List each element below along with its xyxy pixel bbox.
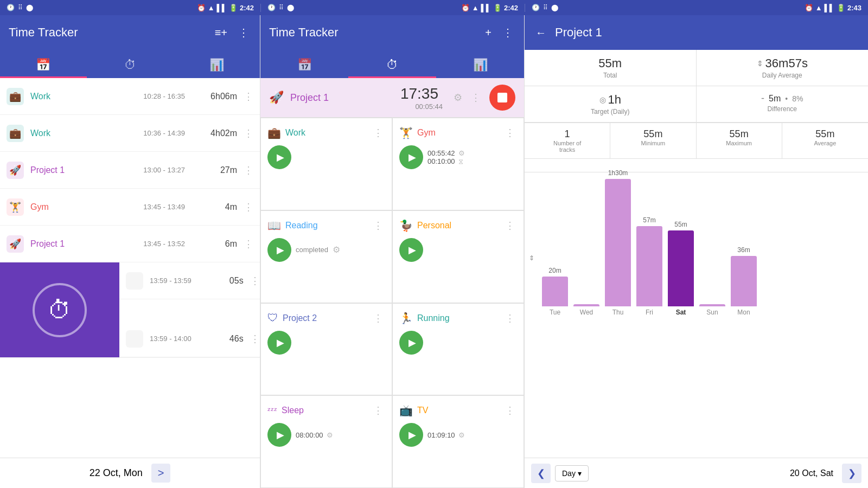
alarm-icon-2: ⏰ (461, 4, 470, 12)
next-period-button[interactable]: ❯ (842, 464, 861, 483)
play-button-work[interactable]: ▶ (267, 145, 291, 169)
total-label: Total (533, 72, 687, 79)
dots-icon-2: ⠿ (279, 4, 284, 11)
add-track-icon[interactable]: ≡+ (213, 24, 229, 41)
card-more-tv[interactable]: ⋮ (503, 402, 517, 419)
wifi-icon-1: ▲ (208, 4, 215, 12)
target-icon: ◎ (599, 95, 606, 104)
day-label-fri: Fri (646, 309, 653, 316)
card-more-project2[interactable]: ⋮ (371, 310, 385, 326)
daily-avg-label: Daily Average (705, 72, 860, 79)
gym-card-icon: 🏋 (399, 126, 413, 139)
projects-menu-icon[interactable]: ⋮ (500, 24, 515, 41)
bar-fri-rect (636, 226, 662, 306)
avg-label: Average (787, 140, 864, 146)
stop-button[interactable] (489, 85, 515, 111)
tv-time: 01:09:10 ⚙ (427, 431, 465, 439)
proj-tab-stats[interactable]: 📊 (436, 52, 524, 78)
proj-tab-timer[interactable]: ⏱ (348, 52, 436, 78)
gym-time2: 00:10:00 ⧖ (427, 157, 465, 166)
timeline-item: 💼 Work 10:28 - 16:35 6h06m ⋮ (0, 78, 260, 115)
play-button-sleep[interactable]: ▶ (267, 423, 291, 447)
item-more-proj1[interactable]: ⋮ (241, 162, 256, 178)
status-section-1: 🕐 ⠿ ⬤ ⏰ ▲ ▌▌ 🔋 2:42 (0, 4, 260, 12)
card-header-gym: 🏋 Gym ⋮ (399, 125, 517, 141)
item-time-gym: 13:45 - 13:49 (143, 203, 185, 211)
bar-mon-rect (731, 256, 757, 306)
empty-time-2: 13:59 - 14:00 (150, 335, 192, 343)
item-more-work2[interactable]: ⋮ (241, 125, 256, 142)
bar-label-fri: 57m (643, 216, 655, 224)
active-project-more[interactable]: ⋮ (469, 89, 483, 106)
tab-timer[interactable]: ⏱ (87, 52, 174, 78)
play-icon-tv: ▶ (409, 429, 416, 441)
tab-stats[interactable]: 📊 (173, 52, 260, 78)
timeline-menu-icon[interactable]: ⋮ (236, 24, 251, 41)
item-duration-proj1b: 6m (194, 239, 237, 249)
projects-header: Time Tracker + ⋮ (260, 15, 524, 50)
signal-icon-1: ▌▌ (217, 4, 227, 12)
diff-minus: - (761, 93, 764, 104)
card-header-reading: 📖 Reading ⋮ (267, 217, 385, 234)
card-name-gym: Gym (417, 128, 499, 138)
tab-calendar[interactable]: 📅 (0, 52, 87, 78)
add-project-icon[interactable]: + (483, 24, 494, 41)
project1-icon-1: 🚀 (7, 162, 24, 179)
signal-icon-3: ▌▌ (825, 4, 834, 12)
timeline-item-empty2: 13:59 - 14:00 46s ⋮ (119, 320, 260, 357)
day-selector[interactable]: Day ▾ (555, 465, 589, 481)
avg-icon: ⇕ (757, 59, 763, 68)
active-project-bar: 🚀 Project 1 17:35 00:05:44 ⚙ ⋮ (260, 78, 524, 118)
timeline-item: 🚀 Project 1 13:00 - 13:27 27m ⋮ (0, 152, 260, 189)
play-button-personal[interactable]: ▶ (399, 238, 423, 262)
bar-sun: Sun (699, 302, 725, 316)
diff-value: 5m (769, 94, 781, 104)
stats-header: ← Project 1 (525, 15, 868, 50)
circle-icon-3: ⬤ (551, 4, 558, 11)
prev-period-button[interactable]: ❮ (531, 464, 551, 483)
proj-tab-calendar[interactable]: 📅 (260, 52, 348, 78)
sleep-card-body: ▶ 08:00:00 ⚙ (267, 423, 385, 447)
play-button-running[interactable]: ▶ (399, 331, 423, 355)
item-more-gym[interactable]: ⋮ (241, 199, 256, 215)
card-name-running: Running (417, 313, 499, 323)
circle-icon-2: ⬤ (287, 4, 294, 11)
work-icon-2: 💼 (7, 125, 24, 142)
timeline-tabs: 📅 ⏱ 📊 (0, 50, 260, 78)
item-more-proj1b[interactable]: ⋮ (241, 236, 256, 252)
proj-calendar-icon: 📅 (297, 58, 312, 72)
play-button-gym[interactable]: ▶ (399, 145, 423, 169)
card-more-reading[interactable]: ⋮ (371, 217, 385, 234)
card-more-sleep[interactable]: ⋮ (371, 402, 385, 419)
tracks-value: 1 (529, 129, 605, 140)
time-1: 2:42 (240, 4, 254, 12)
status-left-1: 🕐 ⠿ ⬤ (7, 4, 33, 11)
item-name-work1: Work (30, 92, 143, 101)
item-more-work1[interactable]: ⋮ (241, 88, 256, 105)
empty-more-1[interactable]: ⋮ (248, 273, 260, 289)
card-more-gym[interactable]: ⋮ (503, 125, 517, 141)
avg-line-indicator: ⇕ (529, 254, 534, 262)
panel-timeline: Time Tracker ≡+ ⋮ 📅 ⏱ 📊 💼 Work 10:28 - 1… (0, 15, 260, 488)
card-more-running[interactable]: ⋮ (503, 310, 517, 326)
avg-value: 55m (787, 129, 864, 140)
back-button[interactable]: ← (533, 24, 548, 41)
stop-icon (497, 93, 507, 102)
next-date-button[interactable]: > (151, 464, 171, 483)
play-button-tv[interactable]: ▶ (399, 423, 423, 447)
stats-icon: 📊 (209, 58, 224, 72)
logo-circle: ⏱ (33, 283, 87, 337)
card-header-work: 💼 Work ⋮ (267, 125, 385, 141)
clock-icon-2: 🕐 (267, 4, 276, 11)
status-right-1: ⏰ ▲ ▌▌ 🔋 2:42 (197, 4, 254, 12)
status-left-2: 🕐 ⠿ ⬤ (267, 4, 294, 11)
card-header-project2: 🛡 Project 2 ⋮ (267, 310, 385, 326)
empty-more-2[interactable]: ⋮ (248, 331, 260, 347)
play-button-reading[interactable]: ▶ (267, 238, 291, 262)
status-section-3: 🕐 ⠿ ⬤ ⏰ ▲ ▌▌ 🔋 2:43 (525, 4, 868, 12)
card-more-work[interactable]: ⋮ (371, 125, 385, 141)
gym-time1: 00:55:42 ⚙ (427, 149, 465, 157)
target-row: ◎ 1h (533, 93, 687, 107)
card-more-personal[interactable]: ⋮ (503, 217, 517, 234)
play-button-project2[interactable]: ▶ (267, 331, 291, 355)
